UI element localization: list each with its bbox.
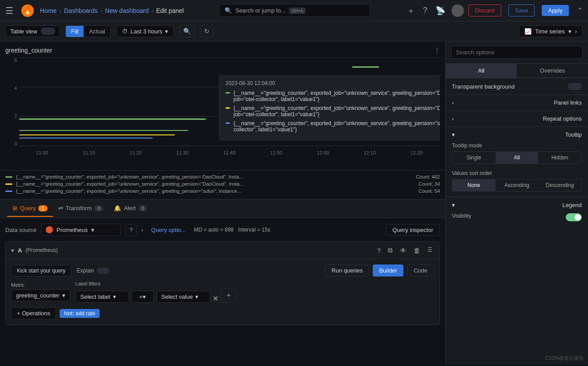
value-chevron: ▾ xyxy=(195,293,198,300)
refresh-button[interactable]: ↻ xyxy=(200,25,213,37)
chart-tooltip: 2023-08-30 12:04:00 {__name__="greeting_… xyxy=(219,75,440,140)
explain-switch[interactable] xyxy=(97,268,109,274)
value-select[interactable]: Select value ▾ xyxy=(157,291,210,303)
right-panel: All Overrides Transparent background › P… xyxy=(446,41,588,365)
legend-visibility-toggle[interactable] xyxy=(566,213,582,221)
legend-count-2: Count: 54 xyxy=(419,188,440,194)
right-tab-overrides[interactable]: Overrides xyxy=(517,64,588,77)
save-button[interactable]: Save xyxy=(508,4,535,16)
time-range-label: Last 3 hours xyxy=(130,28,162,35)
chart-title: greeting_counter xyxy=(5,47,440,54)
label-select[interactable]: Select label ▾ xyxy=(76,291,129,303)
query-inspector-button[interactable]: Query inspector xyxy=(386,224,440,236)
sort-none[interactable]: None xyxy=(452,179,495,191)
transparent-bg-row: Transparent background xyxy=(452,83,582,90)
metric-value: greeting_counter xyxy=(16,292,60,299)
x-label-3: 11:30 xyxy=(177,150,189,155)
zoom-out-button[interactable]: 🔍 xyxy=(179,25,195,37)
metric-select[interactable]: greeting_counter ▾ xyxy=(11,289,70,301)
query-delete-button[interactable]: 🗑 xyxy=(412,246,422,255)
add-filter-button[interactable]: ＋ xyxy=(221,288,236,303)
discard-button[interactable]: Discard xyxy=(468,4,501,16)
operator-select[interactable]: = ▾ xyxy=(132,291,154,303)
breadcrumb-new-dashboard[interactable]: New dashboard xyxy=(105,7,149,14)
add-button[interactable]: ＋ xyxy=(405,4,417,18)
apply-button[interactable]: Apply xyxy=(542,5,569,16)
notifications-button[interactable]: 📡 xyxy=(434,4,447,17)
search-input[interactable]: 🔍 Search or jump to... ctrl+k xyxy=(219,4,370,17)
actual-button[interactable]: Actual xyxy=(84,26,110,37)
search-icon: 🔍 xyxy=(225,7,232,14)
tab-alert[interactable]: 🔔 Alert 0 xyxy=(109,200,153,217)
query-row-body: Kick start your query Explain Run querie… xyxy=(6,259,439,325)
query-options-link[interactable]: Query optio... xyxy=(151,227,186,233)
tooltip-mode-single[interactable]: Single xyxy=(452,152,495,163)
tooltip-mode-hidden[interactable]: Hidden xyxy=(538,152,581,163)
builder-button[interactable]: Builder xyxy=(373,264,403,277)
legend-item-1: {__name__="greeting_counter", exported_j… xyxy=(5,181,440,187)
search-placeholder: Search or jump to... xyxy=(235,7,286,14)
operations-button[interactable]: + Operations xyxy=(11,307,56,319)
right-tab-all[interactable]: All xyxy=(446,64,517,77)
tab-query-label: Query xyxy=(20,205,36,211)
transparent-bg-toggle[interactable] xyxy=(568,83,582,90)
transparent-bg-section: Transparent background xyxy=(446,78,588,94)
chart-menu-icon[interactable]: ⋮ xyxy=(434,47,440,53)
viz-chevron-icon: ▾ xyxy=(568,28,572,35)
query-hide-button[interactable]: 👁 xyxy=(398,246,408,255)
datasource-select[interactable]: Prometheus ▾ xyxy=(41,224,121,236)
breadcrumb-dashboards[interactable]: Dashboards xyxy=(64,7,98,14)
tab-transform[interactable]: ⇌ Transform 0 xyxy=(53,200,109,217)
tab-query[interactable]: ⊞ Query 1 xyxy=(7,200,53,217)
query-duplicate-button[interactable]: ⧉ xyxy=(386,245,395,255)
query-help-button[interactable]: ? xyxy=(375,246,383,255)
collapse-button[interactable]: ⌃ xyxy=(577,6,583,15)
hint-badge[interactable]: hint: add rate xyxy=(60,309,100,318)
kickstart-button[interactable]: Kick start your query xyxy=(11,265,71,277)
hamburger-icon[interactable]: ☰ xyxy=(5,5,13,16)
breadcrumb-home[interactable]: Home xyxy=(40,7,56,14)
chart-container: greeting_counter ⋮ 6 4 2 0 xyxy=(0,41,445,171)
help-button[interactable]: ? xyxy=(421,4,429,17)
remove-filter-button[interactable]: ✕ xyxy=(213,294,218,303)
select-label-text: Select label xyxy=(81,293,110,300)
table-view-toggle[interactable]: Table view xyxy=(5,25,60,37)
repeat-options-header[interactable]: › Repeat options xyxy=(446,111,588,126)
tooltip-mode-all[interactable]: All xyxy=(495,152,539,163)
legend-label-0: {__name__="greeting_counter", exported_j… xyxy=(16,174,243,179)
chart-area: 6 4 2 0 11:00 11:10 11:20 11:30 xyxy=(5,57,440,155)
metric-chevron: ▾ xyxy=(62,292,65,299)
query-drag-handle[interactable]: ⠿ xyxy=(426,245,434,255)
y-label-0: 0 xyxy=(14,141,17,146)
query-collapse-toggle[interactable]: ▾ xyxy=(11,247,14,254)
query-row-a: ▾ A (Prometheus) ? ⧉ 👁 🗑 ⠿ Kick start yo… xyxy=(5,241,440,325)
datasource-info-button[interactable]: ? xyxy=(125,224,137,236)
run-queries-button[interactable]: Run queries xyxy=(325,264,369,277)
sort-ascending[interactable]: Ascending xyxy=(495,179,539,191)
viz-type-selector[interactable]: 📈 Time series ▾ › xyxy=(519,25,583,37)
datasource-row: Data source Prometheus ▾ ? › Query optio… xyxy=(5,224,440,236)
tooltip-mode-group: Single All Hidden xyxy=(452,151,582,164)
datasource-chevron: ▾ xyxy=(91,227,94,233)
datasource-name: Prometheus xyxy=(56,227,88,233)
tooltip-section-header[interactable]: ▾ Tooltip xyxy=(446,127,588,142)
avatar[interactable] xyxy=(451,4,464,17)
query-tabs: ⊞ Query 1 ⇌ Transform 0 🔔 Alert 0 xyxy=(0,199,445,218)
metric-field-label: Metric xyxy=(11,282,70,288)
code-button[interactable]: Code xyxy=(407,264,434,277)
search-bar: 🔍 Search or jump to... ctrl+k xyxy=(184,4,405,17)
fill-button[interactable]: Fill xyxy=(66,26,84,37)
legend-section-header[interactable]: ▾ Legend xyxy=(446,197,588,213)
legend-section-label: Legend xyxy=(563,202,582,208)
table-view-switch[interactable] xyxy=(41,28,55,35)
search-options-input[interactable] xyxy=(451,46,583,59)
x-label-8: 12:20 xyxy=(411,150,423,155)
svg-text:🔥: 🔥 xyxy=(23,6,32,15)
query-letter: A xyxy=(18,247,22,254)
watermark: CSDN@壹只菜鸟 xyxy=(545,355,584,362)
time-range-selector[interactable]: ⏱ Last 3 hours ▾ xyxy=(116,25,174,37)
tooltip-item-0: {__name__="greeting_counter", exported_j… xyxy=(226,90,440,102)
sort-descending[interactable]: Descending xyxy=(538,179,581,191)
panel-links-header[interactable]: › Panel links xyxy=(446,95,588,110)
query-type: (Prometheus) xyxy=(25,247,58,253)
